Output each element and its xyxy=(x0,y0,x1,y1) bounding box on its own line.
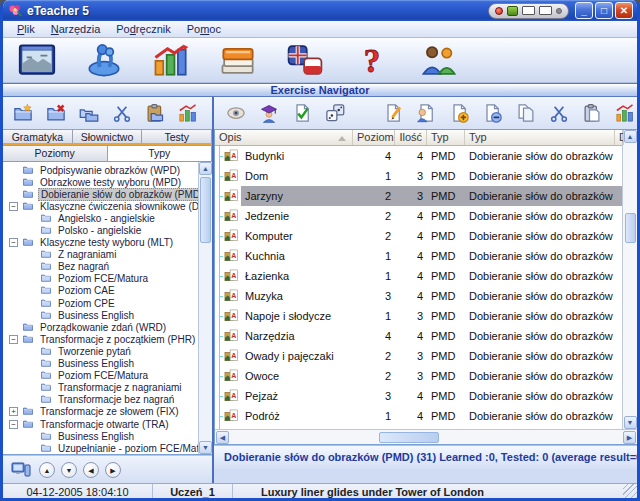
table-row[interactable]: AKuchnia14PMDDobieranie słów do obrazków xyxy=(215,246,622,266)
collapse-icon[interactable]: − xyxy=(9,238,18,247)
scroll-thumb[interactable] xyxy=(379,432,439,443)
tree-item[interactable]: Poziom FCE/Matura xyxy=(3,273,198,285)
tree-item[interactable]: Tworzenie pytań xyxy=(3,345,198,357)
tree-item[interactable]: Poziom CPE xyxy=(3,297,198,309)
picture-window-icon[interactable] xyxy=(17,42,57,78)
table-row[interactable]: ADom13PMDDobieranie słów do obrazków xyxy=(215,166,622,186)
exercise-joystick-icon[interactable] xyxy=(84,42,124,78)
folder-stats-icon[interactable] xyxy=(176,101,200,125)
column-opis[interactable]: Opis xyxy=(215,130,353,145)
tree-item[interactable]: −Transformacje z początkiem (PHR) xyxy=(3,333,198,345)
tree-item[interactable]: −Transformacje otwarte (TRA) xyxy=(3,418,198,430)
tree-item[interactable]: Business English xyxy=(3,309,198,321)
table-row[interactable]: AJedzenie24PMDDobieranie słów do obrazkó… xyxy=(215,206,622,226)
table-row[interactable]: APejzaż34PMDDobieranie słów do obrazków xyxy=(215,386,622,406)
table-row[interactable]: AJarzyny23PMDDobieranie słów do obrazków xyxy=(215,186,622,206)
test-check-icon[interactable] xyxy=(291,101,314,125)
tree-scrollbar[interactable]: ▲ ▼ xyxy=(198,162,212,454)
tree-item[interactable]: +Transformacje ze słowem (FIX) xyxy=(3,406,198,418)
column-data[interactable]: Dat xyxy=(615,130,624,145)
statistics-chart-icon[interactable] xyxy=(151,42,191,78)
add-exercise-icon[interactable] xyxy=(448,101,471,125)
cut-folder-icon[interactable] xyxy=(110,101,134,125)
scroll-down-icon[interactable]: ▼ xyxy=(199,441,212,454)
capture-app-icon[interactable] xyxy=(507,6,518,16)
table-row[interactable]: APodróż14PMDDobieranie słów do obrazków xyxy=(215,406,622,426)
tree-item[interactable]: Z nagraniami xyxy=(3,249,198,261)
tree-item[interactable]: Transformacje z nagraniami xyxy=(3,382,198,394)
cut-exercise-icon[interactable] xyxy=(547,101,570,125)
column-ilosc[interactable]: Ilość xyxy=(395,130,427,145)
menu-podrecznik[interactable]: Podręcznik xyxy=(108,21,178,37)
tree-item[interactable]: Business English xyxy=(3,358,198,370)
tree-item[interactable]: Polsko - angielskie xyxy=(3,224,198,236)
tree-item[interactable]: Uzupełnianie - poziom FCE/Matura xyxy=(3,442,198,454)
table-row[interactable]: AŁazienka14PMDDobieranie słów do obrazkó… xyxy=(215,266,622,286)
tree-item[interactable]: −Klasyczne ćwiczenia słownikowe (DIC) xyxy=(3,200,198,212)
table-row[interactable]: AKomputer24PMDDobieranie słów do obrazkó… xyxy=(215,226,622,246)
maximize-button[interactable]: □ xyxy=(595,2,613,19)
tree-item[interactable]: Obrazkowe testy wyboru (MPD) xyxy=(3,176,198,188)
books-icon[interactable] xyxy=(218,42,258,78)
nav-down-button[interactable]: ▼ xyxy=(61,462,77,478)
exercise-author-icon[interactable] xyxy=(414,101,437,125)
tab-poziomy[interactable]: Poziomy xyxy=(2,145,108,161)
users-icon[interactable] xyxy=(419,42,459,78)
tab-słownictwo[interactable]: Słownictwo xyxy=(72,129,143,143)
close-button[interactable]: ✕ xyxy=(615,2,633,19)
record-icon[interactable] xyxy=(495,7,503,15)
tree-item[interactable]: Dobieranie słów do obrazków (PMD) xyxy=(3,188,198,200)
resize-grip[interactable] xyxy=(623,484,637,501)
scroll-thumb[interactable] xyxy=(200,177,211,243)
tree-item[interactable]: Angielsko - angielskie xyxy=(3,212,198,224)
table-row[interactable]: AOwady i pajęczaki23PMDDobieranie słów d… xyxy=(215,346,622,366)
tree-item[interactable]: Bez nagrań xyxy=(3,261,198,273)
learn-student-icon[interactable] xyxy=(257,101,280,125)
table-hscrollbar[interactable]: ◀ ▶ xyxy=(215,429,637,444)
paste-exercise-icon[interactable] xyxy=(581,101,604,125)
column-poziom[interactable]: Poziom xyxy=(353,130,395,145)
table-row[interactable]: ANapoje i słodycze13PMDDobieranie słów d… xyxy=(215,306,622,326)
tab-gramatyka[interactable]: Gramatyka xyxy=(2,129,73,143)
menu-plik[interactable]: Plik xyxy=(9,21,43,37)
new-folder-icon[interactable] xyxy=(11,101,35,125)
collapse-icon[interactable]: − xyxy=(9,420,18,429)
copy-folder-icon[interactable] xyxy=(77,101,101,125)
menu-narzedzia[interactable]: Narzędzia xyxy=(43,21,109,37)
tab-testy[interactable]: Testy xyxy=(141,129,212,143)
tree-item[interactable]: Porządkowanie zdań (WRD) xyxy=(3,321,198,333)
delete-folder-icon[interactable] xyxy=(44,101,68,125)
titlebar[interactable]: eTeacher 5 _ □ ✕ xyxy=(3,0,637,21)
game-dice-icon[interactable] xyxy=(324,101,347,125)
tree-item[interactable]: Poziom FCE/Matura xyxy=(3,370,198,382)
exercise-stats-icon[interactable] xyxy=(614,101,637,125)
help-question-icon[interactable]: ? xyxy=(352,42,392,78)
table-row[interactable]: ANarzędzia44PMDDobieranie słów do obrazk… xyxy=(215,326,622,346)
table-row[interactable]: AOwoce23PMDDobieranie słów do obrazków xyxy=(215,366,622,386)
expand-icon[interactable]: + xyxy=(9,407,18,416)
tree-item[interactable]: Business English xyxy=(3,430,198,442)
table-vscrollbar[interactable]: ▲ ▼ xyxy=(622,130,637,429)
language-puzzle-icon[interactable] xyxy=(285,42,325,78)
tree-item[interactable]: Podpisywanie obrazków (WPD) xyxy=(3,164,198,176)
collapse-icon[interactable]: − xyxy=(9,202,18,211)
paste-folder-icon[interactable] xyxy=(143,101,167,125)
tab-typy[interactable]: Typy xyxy=(107,145,213,161)
copy-exercise-icon[interactable] xyxy=(514,101,537,125)
scroll-thumb[interactable] xyxy=(625,213,636,243)
scroll-right-icon[interactable]: ▶ xyxy=(623,431,636,444)
tree-item[interactable]: Poziom CAE xyxy=(3,285,198,297)
column-typ[interactable]: Typ xyxy=(427,130,465,145)
edit-exercise-icon[interactable] xyxy=(381,101,404,125)
collapse-icon[interactable]: − xyxy=(9,335,18,344)
nav-left-button[interactable]: ◀ xyxy=(83,462,99,478)
scroll-up-icon[interactable]: ▲ xyxy=(624,130,637,143)
tree-item[interactable]: Transformacje bez nagrań xyxy=(3,394,198,406)
capture-region-icon[interactable] xyxy=(539,6,552,15)
column-typ2[interactable]: Typ xyxy=(465,130,615,145)
scroll-left-icon[interactable]: ◀ xyxy=(216,431,229,444)
preview-eye-icon[interactable] xyxy=(224,101,247,125)
scroll-up-icon[interactable]: ▲ xyxy=(199,162,212,175)
capture-window-icon[interactable] xyxy=(522,6,535,15)
table-row[interactable]: AMuzyka34PMDDobieranie słów do obrazków xyxy=(215,286,622,306)
